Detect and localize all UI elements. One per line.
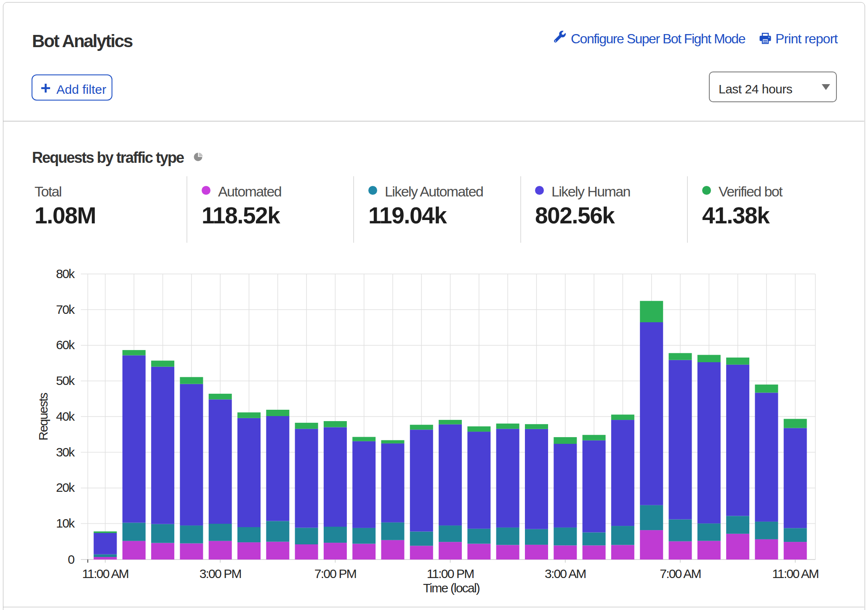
- svg-text:0: 0: [68, 552, 75, 566]
- svg-text:80k: 80k: [56, 267, 75, 281]
- svg-text:3:00 AM: 3:00 AM: [545, 567, 586, 581]
- svg-text:11:00 PM: 11:00 PM: [427, 567, 474, 581]
- svg-text:50k: 50k: [56, 374, 75, 387]
- svg-text:60k: 60k: [56, 338, 75, 352]
- svg-text:70k: 70k: [56, 302, 75, 316]
- svg-text:30k: 30k: [56, 445, 75, 459]
- svg-text:7:00 AM: 7:00 AM: [660, 567, 700, 581]
- svg-text:7:00 PM: 7:00 PM: [314, 567, 356, 581]
- svg-text:3:00 PM: 3:00 PM: [200, 567, 241, 581]
- svg-text:11:00 AM: 11:00 AM: [772, 567, 818, 581]
- svg-text:40k: 40k: [56, 409, 75, 423]
- svg-text:20k: 20k: [56, 480, 75, 494]
- svg-text:10k: 10k: [56, 516, 75, 530]
- svg-text:11:00 AM: 11:00 AM: [82, 567, 128, 581]
- svg-text:Time (local): Time (local): [423, 581, 480, 595]
- svg-text:Requests: Requests: [36, 393, 50, 440]
